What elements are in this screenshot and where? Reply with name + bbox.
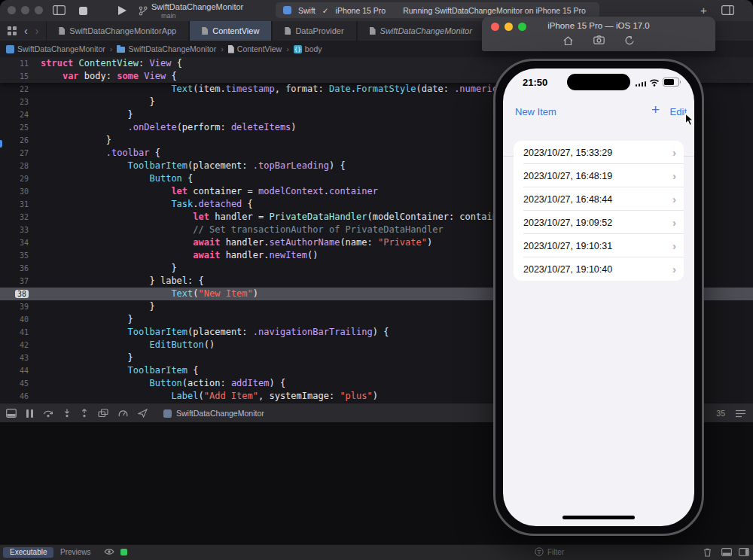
breadcrumb-item-body[interactable]: body: [294, 44, 322, 53]
scope-icon: [294, 45, 302, 53]
line-number[interactable]: 35: [0, 249, 41, 262]
project-name[interactable]: SwiftDataChangeMonitor main: [151, 2, 243, 20]
eye-icon[interactable]: [104, 548, 114, 555]
view-debugger-icon[interactable]: [98, 409, 108, 418]
line-number[interactable]: 22: [0, 83, 41, 96]
line-number[interactable]: 44: [0, 364, 41, 377]
debug-gauge-badge[interactable]: [120, 549, 127, 555]
line-number[interactable]: 27: [0, 147, 41, 160]
line-number[interactable]: 32: [0, 211, 41, 224]
minimize-window-button[interactable]: [21, 6, 29, 14]
sidebar-toggle-icon[interactable]: [53, 5, 66, 15]
line-number[interactable]: 30: [0, 185, 41, 198]
activity-status[interactable]: Swift ✓ iPhone 15 Pro Running SwiftDataC…: [276, 2, 599, 18]
console-scope-executable[interactable]: Executable: [3, 547, 53, 558]
chevron-right-icon: ›: [672, 263, 676, 275]
add-item-button[interactable]: +: [651, 102, 660, 118]
run-destination[interactable]: iPhone 15 Pro: [336, 6, 386, 15]
step-out-icon[interactable]: [81, 409, 88, 418]
line-number[interactable]: 24: [0, 108, 41, 121]
list-item[interactable]: 2023/10/27, 15:33:29›: [514, 141, 684, 164]
debug-process-menu[interactable]: SwiftDataChangeMonitor: [163, 409, 264, 418]
line-number[interactable]: 36: [0, 262, 41, 275]
line-number[interactable]: 39: [0, 300, 41, 313]
line-number[interactable]: 25: [0, 121, 41, 134]
tab-SwiftDataChangeMonitor[interactable]: SwiftDataChangeMonitor: [357, 21, 485, 41]
editor-layout-icon[interactable]: [721, 5, 734, 15]
stack-frames-icon[interactable]: [736, 409, 745, 418]
line-number[interactable]: 45: [0, 377, 41, 390]
tab-ContentView[interactable]: ContentView: [189, 21, 272, 41]
line-number[interactable]: 33: [0, 224, 41, 236]
list-item[interactable]: 2023/10/27, 16:48:44›: [514, 187, 684, 211]
trash-icon[interactable]: [703, 548, 712, 557]
related-items-icon[interactable]: [8, 26, 17, 35]
chevron-right-icon: ›: [672, 217, 676, 228]
breadcrumb-item-SwiftDataChangeMonitor[interactable]: SwiftDataChangeMonitor: [6, 44, 105, 53]
line-number[interactable]: 37: [0, 275, 41, 288]
cellular-icon: [636, 81, 647, 87]
list-item[interactable]: 2023/10/27, 19:10:31›: [514, 234, 684, 257]
memory-gauge-icon[interactable]: [118, 409, 128, 418]
forward-icon[interactable]: ›: [35, 25, 39, 37]
new-item-button[interactable]: New Item: [515, 106, 556, 117]
inspector-pane-icon[interactable]: [739, 548, 749, 556]
line-number[interactable]: 34: [0, 236, 41, 249]
line-number[interactable]: 31: [0, 198, 41, 211]
status-time: 21:50: [523, 77, 547, 88]
breadcrumb-separator-icon: ›: [286, 44, 289, 53]
tab-DataProvider[interactable]: DataProvider: [272, 21, 356, 41]
file-icon: [370, 27, 376, 35]
close-window-button[interactable]: [8, 6, 16, 14]
console-pane-icon[interactable]: [721, 548, 732, 556]
desktop: { "colors": { "keyword": "#fc5fa3", "typ…: [0, 0, 753, 560]
git-branch-icon: [139, 6, 148, 16]
add-editor-plus-button[interactable]: +: [700, 4, 707, 17]
line-number[interactable]: 41: [0, 326, 41, 339]
navigation-bar: New Item + Edit: [503, 99, 694, 126]
line-number[interactable]: 43: [0, 352, 41, 364]
debug-area-toggle-icon[interactable]: [6, 409, 17, 418]
list-item[interactable]: 2023/10/27, 16:48:19›: [514, 164, 684, 187]
zoom-window-button[interactable]: [35, 6, 43, 14]
home-indicator[interactable]: [562, 516, 635, 519]
back-icon[interactable]: ‹: [24, 25, 28, 37]
list-item[interactable]: 2023/10/27, 19:10:40›: [514, 257, 684, 281]
line-number[interactable]: 26: [0, 134, 41, 147]
line-number[interactable]: 46: [0, 390, 41, 403]
console-scope-previews[interactable]: Previews: [60, 548, 91, 556]
step-into-icon[interactable]: [63, 409, 71, 418]
simulator-title: iPhone 15 Pro — iOS 17.0: [482, 21, 715, 30]
dynamic-island: [567, 74, 630, 90]
tab-SwiftDataChangeMonitorApp[interactable]: SwiftDataChangeMonitorApp: [46, 21, 189, 41]
home-button-icon[interactable]: [562, 35, 574, 46]
line-number[interactable]: 28: [0, 160, 41, 172]
stop-button[interactable]: [79, 7, 87, 15]
check-icon: ✓: [322, 6, 329, 15]
bookmark-indicator[interactable]: [0, 140, 2, 148]
step-over-icon[interactable]: [43, 409, 53, 418]
pause-icon[interactable]: [26, 409, 33, 418]
screenshot-icon[interactable]: [593, 35, 605, 46]
line-number[interactable]: 40: [0, 313, 41, 326]
chevron-right-icon: ›: [672, 170, 676, 181]
line-number[interactable]: 42: [0, 339, 41, 352]
chevron-right-icon: ›: [672, 240, 676, 251]
rotate-icon[interactable]: [624, 35, 635, 46]
breadcrumb-item-ContentView[interactable]: ContentView: [228, 44, 282, 53]
line-number[interactable]: 38: [0, 288, 41, 300]
console-filter-field[interactable]: Filter: [535, 547, 564, 556]
run-button[interactable]: [118, 6, 127, 15]
line-number[interactable]: 11: [0, 57, 41, 70]
iphone-screen[interactable]: 21:50 New Item + Edit 2023/10/27, 15:33:…: [503, 68, 694, 526]
mouse-cursor: [684, 113, 696, 126]
line-number[interactable]: 15: [0, 70, 41, 83]
line-number[interactable]: 23: [0, 96, 41, 108]
list-item[interactable]: 2023/10/27, 19:09:52›: [514, 211, 684, 234]
simulate-location-icon[interactable]: [138, 409, 148, 418]
chevron-right-icon: ›: [672, 193, 676, 205]
breadcrumb-item-SwiftDataChangeMonitor[interactable]: SwiftDataChangeMonitor: [117, 44, 216, 53]
battery-icon: [663, 78, 679, 87]
simulator-titlebar[interactable]: iPhone 15 Pro — iOS 17.0: [482, 17, 715, 51]
line-number[interactable]: 29: [0, 172, 41, 185]
